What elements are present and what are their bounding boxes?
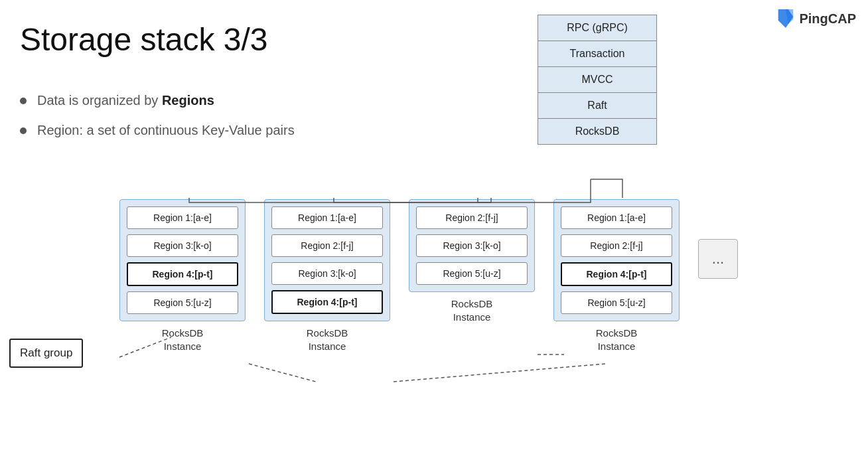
instances-area: Region 1:[a-e] Region 3:[k-o] Region 4:[… bbox=[119, 199, 738, 353]
bullets-section: Data is organized by Regions Region: a s… bbox=[20, 93, 295, 153]
bullet-1-bold: Regions bbox=[162, 93, 214, 108]
stack-layer-rpc: RPC (gRPC) bbox=[538, 15, 657, 41]
bullet-dot-1 bbox=[20, 98, 27, 104]
bullet-1: Data is organized by Regions bbox=[20, 93, 295, 108]
logo-area: PingCAP bbox=[776, 8, 856, 29]
node2-label: RocksDBInstance bbox=[307, 327, 348, 353]
stack-layer-rocksdb: RocksDB bbox=[538, 118, 657, 145]
node1-region4: Region 4:[p-t] bbox=[127, 262, 238, 286]
tikv-node-2: Region 1:[a-e] Region 2:[f-j] Region 3:[… bbox=[264, 199, 390, 353]
node1-region1: Region 1:[a-e] bbox=[127, 206, 238, 229]
slide-title: Storage stack 3/3 bbox=[20, 21, 268, 58]
node4-region1: Region 1:[a-e] bbox=[561, 206, 672, 229]
node4-region5: Region 5:[u-z] bbox=[561, 291, 672, 314]
bullet-dot-2 bbox=[20, 127, 27, 134]
bullet-2: Region: a set of continuous Key-Value pa… bbox=[20, 123, 295, 138]
node-box-4: Region 1:[a-e] Region 2:[f-j] Region 4:[… bbox=[553, 199, 680, 321]
tikv-node-3: Region 2:[f-j] Region 3:[k-o] Region 5:[… bbox=[409, 199, 535, 323]
node3-label: RocksDBInstance bbox=[451, 297, 493, 323]
node4-region2: Region 2:[f-j] bbox=[561, 234, 672, 257]
node2-region4: Region 4:[p-t] bbox=[271, 290, 383, 314]
stack-layer-mvcc: MVCC bbox=[538, 66, 657, 93]
bullet-2-text: Region: a set of continuous Key-Value pa… bbox=[37, 123, 295, 138]
node2-region2: Region 2:[f-j] bbox=[271, 234, 383, 257]
node-box-1: Region 1:[a-e] Region 3:[k-o] Region 4:[… bbox=[119, 199, 246, 321]
raft-group-box: Raft group bbox=[9, 339, 83, 368]
node3-region2: Region 2:[f-j] bbox=[416, 206, 528, 229]
node-box-2: Region 1:[a-e] Region 2:[f-j] Region 3:[… bbox=[264, 199, 390, 321]
tikv-node-4: Region 1:[a-e] Region 2:[f-j] Region 4:[… bbox=[553, 199, 680, 353]
ellipsis-box: ... bbox=[698, 239, 738, 279]
node4-label: RocksDBInstance bbox=[596, 327, 638, 353]
node3-region3: Region 3:[k-o] bbox=[416, 234, 528, 257]
stack-layer-transaction: Transaction bbox=[538, 40, 657, 67]
svg-line-2 bbox=[394, 364, 605, 382]
node-box-3: Region 2:[f-j] Region 3:[k-o] Region 5:[… bbox=[409, 199, 535, 292]
tikv-node-1: Region 1:[a-e] Region 3:[k-o] Region 4:[… bbox=[119, 199, 246, 353]
node1-region5: Region 5:[u-z] bbox=[127, 291, 238, 314]
node2-region3: Region 3:[k-o] bbox=[271, 262, 383, 285]
bullet-1-text: Data is organized by Regions bbox=[37, 93, 214, 108]
node4-region4: Region 4:[p-t] bbox=[561, 262, 672, 286]
node1-region3: Region 3:[k-o] bbox=[127, 234, 238, 257]
node3-region5: Region 5:[u-z] bbox=[416, 262, 528, 285]
logo-text: PingCAP bbox=[799, 11, 856, 27]
stack-container: RPC (gRPC) Transaction MVCC Raft RocksDB bbox=[531, 15, 664, 144]
node1-label: RocksDBInstance bbox=[162, 327, 204, 353]
svg-line-1 bbox=[249, 364, 316, 382]
stack-layer-raft: Raft bbox=[538, 92, 657, 119]
pingcap-logo-icon bbox=[776, 8, 795, 29]
ellipsis-node: ... bbox=[698, 239, 738, 279]
node2-region1: Region 1:[a-e] bbox=[271, 206, 383, 229]
